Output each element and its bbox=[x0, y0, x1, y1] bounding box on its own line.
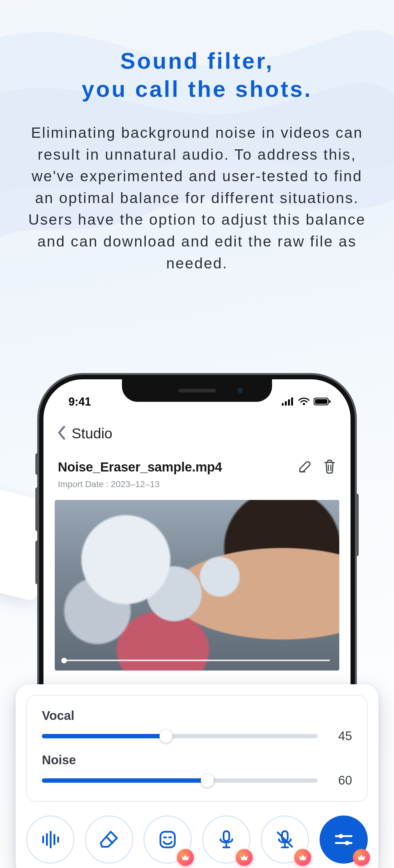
sliders-panel: Vocal 45 Noise 60 bbox=[26, 695, 368, 802]
edit-icon[interactable] bbox=[298, 459, 312, 475]
phone-side-button bbox=[35, 540, 39, 584]
vocal-slider-thumb[interactable] bbox=[160, 730, 173, 743]
hero-title: Sound filter, you call the shots. bbox=[25, 47, 369, 103]
svg-rect-2 bbox=[288, 399, 290, 406]
svg-rect-1 bbox=[285, 401, 287, 406]
vocal-slider-value: 45 bbox=[330, 729, 352, 743]
phone-side-button bbox=[35, 488, 39, 531]
phone-side-button bbox=[355, 494, 359, 556]
video-progress-thumb[interactable] bbox=[61, 658, 67, 663]
status-time: 9:41 bbox=[68, 395, 91, 408]
svg-point-4 bbox=[303, 403, 305, 405]
hero-body: Eliminating background noise in videos c… bbox=[25, 122, 369, 274]
wifi-icon bbox=[298, 395, 310, 408]
svg-point-22 bbox=[339, 834, 343, 838]
battery-icon bbox=[314, 395, 331, 408]
noise-slider-label: Noise bbox=[42, 753, 352, 767]
vocal-slider[interactable] bbox=[42, 734, 318, 738]
premium-badge bbox=[353, 849, 370, 866]
video-progress-track[interactable] bbox=[64, 660, 330, 661]
tool-waveform-button[interactable] bbox=[26, 815, 75, 864]
tool-eraser-button[interactable] bbox=[85, 815, 133, 864]
svg-rect-0 bbox=[282, 403, 284, 406]
svg-rect-13 bbox=[161, 832, 175, 847]
noise-slider-value: 60 bbox=[330, 773, 352, 787]
import-date: Import Date : 2023–12–13 bbox=[55, 475, 339, 497]
tool-mic-mute-button[interactable] bbox=[261, 815, 309, 864]
controls-card: Vocal 45 Noise 60 bbox=[16, 684, 378, 868]
cellular-icon bbox=[282, 395, 294, 408]
file-name: Noise_Eraser_sample.mp4 bbox=[58, 460, 222, 475]
premium-badge bbox=[177, 849, 194, 866]
svg-rect-6 bbox=[315, 399, 328, 404]
premium-badge bbox=[236, 849, 253, 866]
noise-slider-fill bbox=[42, 778, 207, 783]
svg-point-24 bbox=[345, 841, 349, 845]
tool-equalizer-button[interactable] bbox=[319, 815, 368, 864]
phone-side-button bbox=[35, 453, 39, 475]
tool-mic-button[interactable] bbox=[202, 815, 251, 864]
nav-title: Studio bbox=[72, 425, 112, 442]
phone-notch bbox=[122, 379, 272, 402]
premium-badge bbox=[294, 849, 311, 866]
tool-voice-mask-button[interactable] bbox=[143, 815, 192, 864]
svg-rect-7 bbox=[329, 400, 331, 403]
svg-rect-14 bbox=[224, 831, 229, 841]
video-preview[interactable] bbox=[55, 500, 339, 671]
vocal-slider-fill bbox=[42, 734, 166, 738]
svg-rect-3 bbox=[291, 398, 293, 406]
noise-slider[interactable] bbox=[42, 778, 318, 783]
trash-icon[interactable] bbox=[323, 459, 336, 475]
back-icon[interactable] bbox=[57, 426, 66, 441]
toolbar bbox=[26, 815, 368, 864]
vocal-slider-label: Vocal bbox=[42, 709, 352, 723]
noise-slider-thumb[interactable] bbox=[201, 774, 214, 787]
